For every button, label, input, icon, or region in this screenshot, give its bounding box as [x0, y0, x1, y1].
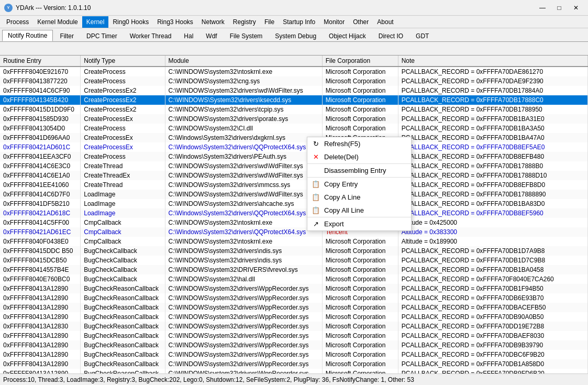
cell-notify-type: BugCheckReasonCallback — [81, 293, 165, 303]
tab-gdt[interactable]: GDT — [410, 30, 435, 41]
table-row[interactable]: 0xFFFFF80421AD601CCreateProcessExC:\Wind… — [0, 142, 588, 152]
table-container[interactable]: Routine Entry Notify Type Module File Co… — [0, 56, 588, 373]
cell-note: PCALLBACK_RECORD = 0xFFFFA70DB8EFB8D0 — [398, 180, 587, 190]
cell-entry: 0xFFFFF8041EE41060 — [0, 180, 81, 190]
menu-item-process[interactable]: Process — [2, 16, 33, 28]
cell-corporation: Microsoft Corporation — [322, 322, 398, 331]
ctx-item-copy-all[interactable]: 📋Copy All Line — [307, 204, 411, 217]
table-row[interactable]: 0xFFFFF80413A12830BugCheckReasonCallback… — [0, 322, 588, 331]
col-header-entry: Routine Entry — [0, 56, 81, 67]
menu-item-registry[interactable]: Registry — [229, 16, 260, 28]
cell-corporation: Microsoft Corporation — [322, 76, 398, 86]
table-row[interactable]: 0xFFFFF8041D696AA0CreateProcessExC:\Wind… — [0, 133, 588, 142]
table-row[interactable]: 0xFFFFF80414C6E1A0CreateThreadExC:\WINDO… — [0, 171, 588, 180]
menu-item-ring3-hooks[interactable]: Ring3 Hooks — [153, 16, 197, 28]
ctx-item-refresh[interactable]: ↻Refresh(F5) — [307, 137, 411, 150]
close-button[interactable]: ✕ — [568, 3, 584, 13]
ctx-item-copy-line[interactable]: 📋Copy A Line — [307, 191, 411, 204]
table-row[interactable]: 0xFFFFF80413A12890BugCheckReasonCallback… — [0, 359, 588, 369]
cell-note: PCALLBACK_RECORD = 0xFFFFA70DB1D7C9B8 — [398, 256, 587, 265]
table-row[interactable]: 0xFFFFF80414C6D7F0LoadImageC:\WINDOWS\sy… — [0, 190, 588, 199]
maximize-button[interactable]: □ — [551, 3, 567, 13]
tab-hal[interactable]: Hal — [178, 30, 199, 41]
menu-item-monitor[interactable]: Monitor — [319, 16, 349, 28]
cell-note: PCALLBACK_RECORD = 0xFFFFA70DB8EF5AE0 — [398, 142, 587, 152]
table-row[interactable]: 0xFFFFF8040E760BC0BugCheckCallbackC:\WIN… — [0, 274, 588, 284]
tab-file-system[interactable]: File System — [224, 30, 269, 41]
cell-corporation: Microsoft Corporation — [322, 67, 398, 76]
table-row[interactable]: 0xFFFFF80415DCB50BugCheckCallbackC:\WIND… — [0, 256, 588, 265]
cell-note: PCALLBACK_RECORD = 0xFFFFA70DB17888B0 — [398, 161, 587, 171]
table-row[interactable]: 0xFFFFF8041585D930CreateProcessExC:\WIND… — [0, 114, 588, 124]
table-row[interactable]: 0xFFFFF8041EEA3CF0CreateProcessC:\Window… — [0, 152, 588, 161]
table-row[interactable]: 0xFFFFF80413A12890BugCheckReasonCallback… — [0, 303, 588, 312]
table-row[interactable]: 0xFFFFF80414C6CF90CreateProcessEx2C:\WIN… — [0, 86, 588, 95]
cell-module: C:\WINDOWS\system32\drivers\WppRecorder.… — [165, 284, 322, 293]
export-icon: ↗ — [312, 220, 320, 228]
cell-module: C:\WINDOWS\system32\drivers\ndis.sys — [165, 246, 322, 256]
table-row[interactable]: 0xFFFFF80415D1DD9F0CreateProcessEx2C:\WI… — [0, 105, 588, 114]
menu-item-startup-info[interactable]: Startup Info — [279, 16, 319, 28]
minimize-button[interactable]: — — [535, 3, 550, 13]
ctx-item-disassemble[interactable]: Disassembling Entry — [307, 163, 411, 177]
tab-filter[interactable]: Filter — [54, 30, 80, 41]
tab-system-debug[interactable]: System Debug — [269, 30, 322, 41]
table-row[interactable]: 0xFFFFF80413A12890BugCheckReasonCallback… — [0, 350, 588, 359]
table-row[interactable]: 0xFFFFF80414557B4EBugCheckCallbackC:\WIN… — [0, 265, 588, 274]
table-row[interactable]: 0xFFFFF80413A12890BugCheckReasonCallback… — [0, 331, 588, 340]
table-row[interactable]: 0xFFFFF80413A12890BugCheckReasonCallback… — [0, 369, 588, 373]
menu-item-file[interactable]: File — [260, 16, 279, 28]
cell-module: C:\WINDOWS\system32\ntoskrnl.exe — [165, 67, 322, 76]
ctx-item-label: Refresh(F5) — [324, 140, 360, 148]
cell-entry: 0xFFFFF80413877220 — [0, 76, 81, 86]
menu-item-other[interactable]: Other — [349, 16, 373, 28]
table-row[interactable]: 0xFFFFF80413A12890BugCheckReasonCallback… — [0, 340, 588, 350]
cell-entry: 0xFFFFF80421AD618C — [0, 208, 81, 218]
table-row[interactable]: 0xFFFFF8041DF5B210LoadImageC:\WINDOWS\sy… — [0, 199, 588, 208]
cell-note: Altitude = 0x425000 — [398, 218, 587, 227]
tab-notify-routine[interactable]: Notify Routine — [2, 30, 53, 41]
cell-module: C:\WINDOWS\system32\drivers\tcpip.sys — [165, 105, 322, 114]
table-row[interactable]: 0xFFFFF80414C5FF00CmpCallbackC:\WINDOWS\… — [0, 218, 588, 227]
menu-item-kernel-module[interactable]: Kernel Module — [33, 16, 82, 28]
cell-corporation: Microsoft Corporation — [322, 303, 398, 312]
cell-notify-type: BugCheckCallback — [81, 265, 165, 274]
table-row[interactable]: 0xFFFFF80413A12890BugCheckReasonCallback… — [0, 293, 588, 303]
tab-wdf[interactable]: Wdf — [200, 30, 223, 41]
col-header-notify: Notify Type — [81, 56, 165, 67]
table-row[interactable]: 0xFFFFF80415DDC B50BugCheckCallbackC:\WI… — [0, 246, 588, 256]
tab-object-hijack[interactable]: Object Hijack — [323, 30, 372, 41]
cell-entry: 0xFFFFF80414C6E3C0 — [0, 161, 81, 171]
table-row[interactable]: 0xFFFFF80421AD61ECCmpCallbackC:\Windows\… — [0, 227, 588, 237]
cell-note: PCALLBACK_RECORD = 0xFFFFA70DB8EF5960 — [398, 208, 587, 218]
table-row[interactable]: 0xFFFFF80413877220CreateProcessC:\WINDOW… — [0, 76, 588, 86]
cell-note: PCALLBACK_RECORD = 0xFFFFA70DB17884A0 — [398, 86, 587, 95]
cell-note: PCALLBACK_RECORD = 0xFFFFA70DB1A858D0 — [398, 359, 587, 369]
menu-item-ring0-hooks[interactable]: Ring0 Hooks — [108, 16, 153, 28]
table-row[interactable]: 0xFFFFF8041345B420CreateProcessEx2C:\WIN… — [0, 95, 588, 105]
ctx-item-delete[interactable]: ✕Delete(Del) — [307, 150, 411, 163]
table-row[interactable]: 0xFFFFF80414C6E3C0CreateThreadC:\WINDOWS… — [0, 161, 588, 171]
table-body: 0xFFFFF8040E921670CreateProcessC:\WINDOW… — [0, 67, 588, 373]
ctx-item-export[interactable]: ↗Export — [307, 217, 411, 230]
tab-dpc-timer[interactable]: DPC Timer — [81, 30, 123, 41]
table-row[interactable]: 0xFFFFF80413A12890BugCheckReasonCallback… — [0, 312, 588, 322]
tab-worker-thread[interactable]: Worker Thread — [124, 30, 177, 41]
context-menu: ↻Refresh(F5)✕Delete(Del)Disassembling En… — [307, 137, 412, 231]
cell-entry: 0xFFFFF80415DCB50 — [0, 256, 81, 265]
tab-direct-io[interactable]: Direct IO — [373, 30, 409, 41]
table-row[interactable]: 0xFFFFF8041EE41060CreateThreadC:\WINDOWS… — [0, 180, 588, 190]
menu-item-kernel[interactable]: Kernel — [82, 16, 109, 28]
cell-entry: 0xFFFFF80414C6CF90 — [0, 86, 81, 95]
table-row[interactable]: 0xFFFFF8040E921670CreateProcessC:\WINDOW… — [0, 67, 588, 76]
table-row[interactable]: 0xFFFFF80413054D0CreateProcessC:\WINDOWS… — [0, 124, 588, 133]
cell-note: PCALLBACK_RECORD = 0xFFFFA70DB9B39790 — [398, 340, 587, 350]
cell-note: PCALLBACK_RECORD = 0xFFFFA70DBAEF8030 — [398, 331, 587, 340]
ctx-item-copy-entry[interactable]: 📋Copy Entry — [307, 177, 411, 191]
table-row[interactable]: 0xFFFFF80421AD618CLoadImageC:\Windows\Sy… — [0, 208, 588, 218]
table-row[interactable]: 0xFFFFF80413A12890BugCheckReasonCallback… — [0, 284, 588, 293]
cell-module: C:\WINDOWS\system32\ntoskrnl.exe — [165, 237, 322, 246]
menu-item-network[interactable]: Network — [197, 16, 229, 28]
table-row[interactable]: 0xFFFFF8040F0438E0CmpCallbackC:\WINDOWS\… — [0, 237, 588, 246]
menu-item-about[interactable]: About — [373, 16, 397, 28]
